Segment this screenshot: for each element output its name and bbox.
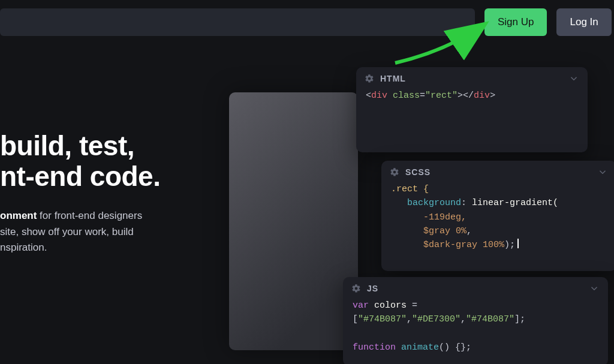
code-block-scss: .rect { background: linear-gradient( -11…	[381, 182, 614, 252]
gear-icon[interactable]	[351, 284, 361, 293]
panel-html: HTML <div class="rect"></div>	[356, 67, 588, 152]
gear-icon[interactable]	[390, 167, 399, 177]
chevron-down-icon[interactable]	[597, 167, 608, 178]
text-cursor	[517, 239, 519, 248]
code-block-js: var colors = ["#74B087","#DE7300","#74B0…	[343, 299, 608, 354]
code-block-html: <div class="rect"></div>	[356, 89, 588, 103]
panel-js: JS var colors = ["#74B087","#DE7300","#7…	[343, 277, 608, 364]
chevron-down-icon[interactable]	[589, 283, 600, 294]
signup-button[interactable]: Sign Up	[484, 8, 547, 36]
chevron-down-icon[interactable]	[568, 73, 579, 84]
preview-backdrop	[229, 92, 358, 350]
panel-title: SCSS	[405, 167, 591, 177]
panel-title: HTML	[380, 74, 562, 83]
top-bar: Sign Up Log In	[0, 8, 612, 36]
hero-description: onment for front-end designers site, sho…	[0, 208, 160, 255]
search-input[interactable]	[0, 8, 475, 36]
login-button[interactable]: Log In	[556, 8, 611, 36]
panel-scss: SCSS .rect { background: linear-gradient…	[381, 161, 614, 271]
hero-title: build, test, nt-end code.	[0, 131, 160, 191]
gear-icon[interactable]	[365, 74, 374, 83]
hero-section: build, test, nt-end code. onment for fro…	[0, 131, 160, 255]
panel-title: JS	[367, 284, 583, 293]
